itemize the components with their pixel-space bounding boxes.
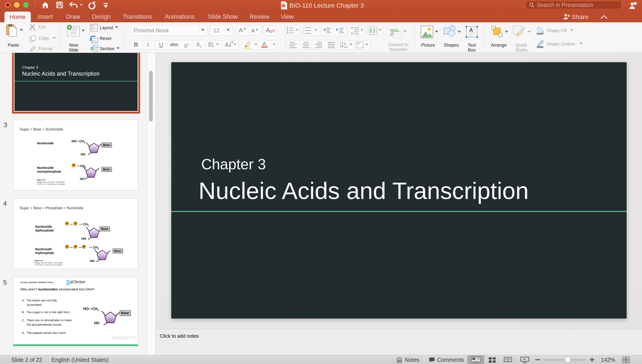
svg-text:A: A: [469, 27, 473, 33]
svg-text:3: 3: [303, 32, 304, 35]
svg-text:A: A: [344, 42, 346, 46]
svg-text:2: 2: [303, 29, 304, 32]
svg-text:1: 1: [303, 26, 304, 29]
